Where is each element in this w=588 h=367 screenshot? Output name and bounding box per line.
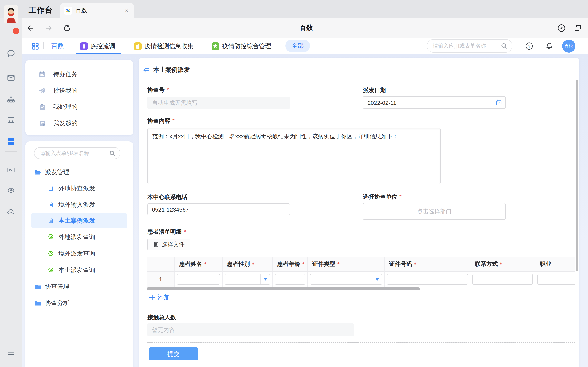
tree-item-bentu-query[interactable]: 本土派发查询 [25, 263, 133, 277]
browser-tab[interactable]: 百数 × [60, 3, 134, 18]
svg-text:7: 7 [498, 101, 500, 105]
workbench-grid-icon[interactable] [7, 137, 16, 148]
id-number-input[interactable] [387, 274, 468, 284]
mail-icon[interactable] [7, 73, 16, 84]
quick-links-card: 待办任务 抄送我的 我处理的 我发 [25, 60, 133, 135]
cloud-call-icon[interactable] [7, 208, 16, 218]
new-window-icon[interactable] [573, 24, 582, 33]
user-name-avatar[interactable]: 肖松 [562, 40, 575, 53]
field-label-contacts: 接触总人数 [147, 314, 176, 321]
tree-search-input[interactable] [39, 150, 109, 157]
form-tree-card: 派发管理 外地协查派发 境外输入派发 本土案例派发 [25, 142, 133, 367]
app-search[interactable] [427, 39, 512, 53]
active-nav-underline [76, 53, 121, 54]
search-icon [501, 43, 507, 49]
doc-edit-icon [38, 119, 46, 127]
tree-folder-xiecha-analysis[interactable]: 协查分析 [25, 296, 133, 310]
xiecha-content-textarea[interactable]: 范例：x月xx日，我中心检测一名xxx新冠病毒核酸结果为阳性，该病例位于你区，详… [147, 128, 441, 184]
nav-home[interactable]: 百数 [52, 40, 64, 52]
back-icon[interactable] [26, 24, 35, 33]
todo-calendar-icon [38, 70, 46, 78]
patient-gender-select[interactable] [225, 274, 270, 284]
nav-all-button[interactable]: 全部 [285, 40, 310, 52]
org-icon[interactable] [7, 95, 16, 105]
reload-icon[interactable] [62, 24, 71, 33]
submit-button[interactable]: 提交 [149, 347, 198, 360]
horizontal-scrollbar[interactable] [147, 287, 420, 290]
field-label-phone: 本中心联系电话 [147, 193, 187, 201]
chat-icon[interactable] [7, 49, 16, 59]
tree-item-waidi-query[interactable]: 外地派发查询 [25, 230, 133, 244]
doc-w-icon[interactable] [7, 166, 16, 176]
table-row: 1 [147, 272, 575, 287]
clipboard-check-icon [38, 103, 46, 111]
rail-menu-icon[interactable] [7, 350, 16, 360]
forward-icon[interactable] [44, 24, 53, 33]
report-hexagon-icon [48, 234, 55, 240]
calendar-picker-icon[interactable]: 7 [492, 97, 505, 108]
center-phone-input[interactable] [147, 203, 290, 215]
user-avatar[interactable] [4, 5, 18, 23]
patients-table: 患者姓名* 患者性别* 患者年龄* 证件类型* 证件号码* 联系方式* 职业 1 [147, 257, 575, 287]
field-label-patients: 患者清单明细* [147, 228, 186, 236]
xiechahao-input[interactable] [147, 97, 290, 109]
patient-age-input[interactable] [275, 274, 305, 284]
fangkong-app-icon [212, 42, 219, 50]
quick-link-handled[interactable]: 我处理的 [25, 99, 133, 115]
notification-bell-icon[interactable] [545, 40, 553, 52]
app-search-input[interactable] [432, 42, 501, 49]
search-icon [109, 150, 115, 156]
folder-icon [34, 300, 41, 307]
occupation-input[interactable] [537, 274, 575, 284]
app-window: 工作台 百数 × 百数 [0, 0, 588, 367]
tree-folder-xiecha-mgmt[interactable]: 协查管理 [25, 280, 133, 294]
tree-item-jingwai-shuru[interactable]: 境外输入派发 [25, 198, 133, 212]
report-hexagon-icon [48, 267, 55, 273]
package-icon[interactable] [7, 186, 16, 197]
field-label-date: 派发日期 [363, 86, 386, 94]
quick-link-todo[interactable]: 待办任务 [25, 66, 133, 82]
apps-grid-icon[interactable] [32, 40, 39, 52]
quick-link-cc[interactable]: 抄送我的 [25, 82, 133, 99]
tree-item-jingwai-query[interactable]: 境外派发查询 [25, 247, 133, 261]
tree-folder-dispatch-mgmt[interactable]: 派发管理 [25, 165, 133, 179]
tree-item-bentu-anli-selected[interactable]: 本土案例派发 [31, 213, 127, 228]
calendar-app-icon[interactable] [7, 115, 16, 126]
jiance-app-icon [134, 42, 142, 50]
table-header-row: 患者姓名* 患者性别* 患者年龄* 证件类型* 证件号码* 联系方式* 职业 [147, 257, 575, 272]
dropdown-caret-icon[interactable] [372, 274, 382, 284]
field-label-unit: 选择协查单位* [363, 193, 402, 201]
nav-app-fangkong[interactable]: 疫情防控综合管理 [212, 40, 271, 52]
field-label-content: 协查内容* [147, 117, 174, 125]
rail-divider [5, 151, 17, 152]
file-icon [153, 242, 159, 248]
quick-link-initiated[interactable]: 我发起的 [25, 115, 133, 131]
help-icon[interactable]: ? [525, 40, 533, 52]
baishu-logo-icon [64, 6, 72, 15]
plus-icon [149, 294, 155, 300]
nav-app-jikong[interactable]: 疾控流调 [80, 40, 115, 52]
id-type-select[interactable] [310, 274, 382, 284]
dropdown-caret-icon[interactable] [260, 274, 270, 284]
patient-name-input[interactable] [177, 274, 220, 284]
compass-icon[interactable] [557, 24, 566, 33]
nav-app-jiance[interactable]: 疫情检测信息收集 [134, 40, 194, 52]
back-collapse-icon[interactable] [143, 66, 150, 74]
folder-icon [34, 283, 41, 290]
folder-open-icon [34, 169, 41, 175]
choose-file-button[interactable]: 选择文件 [147, 239, 190, 250]
dispatch-date-field[interactable]: 7 [363, 96, 506, 109]
tree-search[interactable] [34, 147, 121, 159]
contacts-total-input[interactable] [147, 323, 354, 336]
tree-item-waidi-xiecha[interactable]: 外地协查派发 [25, 182, 133, 195]
form-doc-icon [48, 217, 55, 224]
workspace-title: 工作台 [29, 5, 53, 16]
tab-close-icon[interactable]: × [123, 6, 130, 15]
svg-text:?: ? [528, 44, 530, 48]
chat-unread-badge: 1 [13, 28, 19, 34]
dispatch-date-input[interactable] [363, 99, 492, 106]
vertical-scrollbar[interactable] [576, 80, 578, 271]
contact-input[interactable] [472, 274, 533, 284]
select-department-box[interactable]: 点击选择部门 [363, 203, 506, 220]
add-row-button[interactable]: 添加 [149, 294, 170, 301]
